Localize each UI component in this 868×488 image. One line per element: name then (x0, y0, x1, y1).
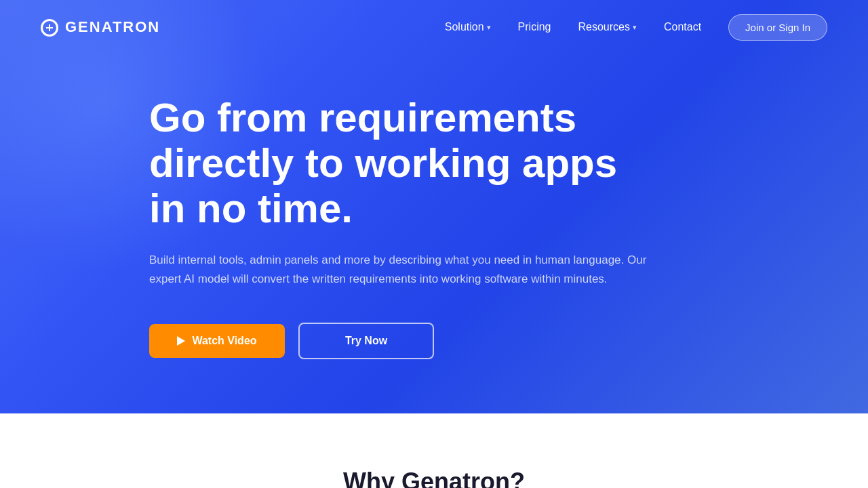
try-now-button[interactable]: Try Now (298, 323, 434, 359)
nav-item-resources[interactable]: Resources ▾ (578, 21, 636, 33)
hero-title: Go from requirements directly to working… (149, 95, 665, 232)
logo-icon (41, 19, 58, 37)
nav-link-solution[interactable]: Solution ▾ (445, 21, 491, 33)
hero-subtitle: Build internal tools, admin panels and m… (149, 251, 651, 289)
nav-link-resources[interactable]: Resources ▾ (578, 21, 636, 33)
hero-content: Go from requirements directly to working… (0, 54, 705, 413)
navbar: GENATRON Solution ▾ Pricing Resources ▾ … (0, 0, 868, 54)
hero-section: Go from requirements directly to working… (0, 0, 868, 413)
logo-text: GENATRON (65, 18, 160, 36)
logo: GENATRON (41, 18, 160, 36)
nav-links: Solution ▾ Pricing Resources ▾ Contact (445, 21, 701, 33)
nav-item-solution[interactable]: Solution ▾ (445, 21, 491, 33)
hero-buttons: Watch Video Try Now (149, 323, 665, 359)
chevron-down-icon-2: ▾ (633, 23, 637, 32)
nav-item-contact[interactable]: Contact (664, 21, 701, 33)
why-section: Why Genatron? (0, 413, 868, 488)
nav-link-contact[interactable]: Contact (664, 21, 701, 33)
why-title: Why Genatron? (41, 468, 827, 488)
play-icon (177, 336, 185, 346)
join-signin-button[interactable]: Join or Sign In (728, 14, 827, 41)
chevron-down-icon: ▾ (487, 23, 491, 32)
watch-video-button[interactable]: Watch Video (149, 324, 285, 358)
nav-link-pricing[interactable]: Pricing (518, 21, 551, 33)
nav-item-pricing[interactable]: Pricing (518, 21, 551, 33)
